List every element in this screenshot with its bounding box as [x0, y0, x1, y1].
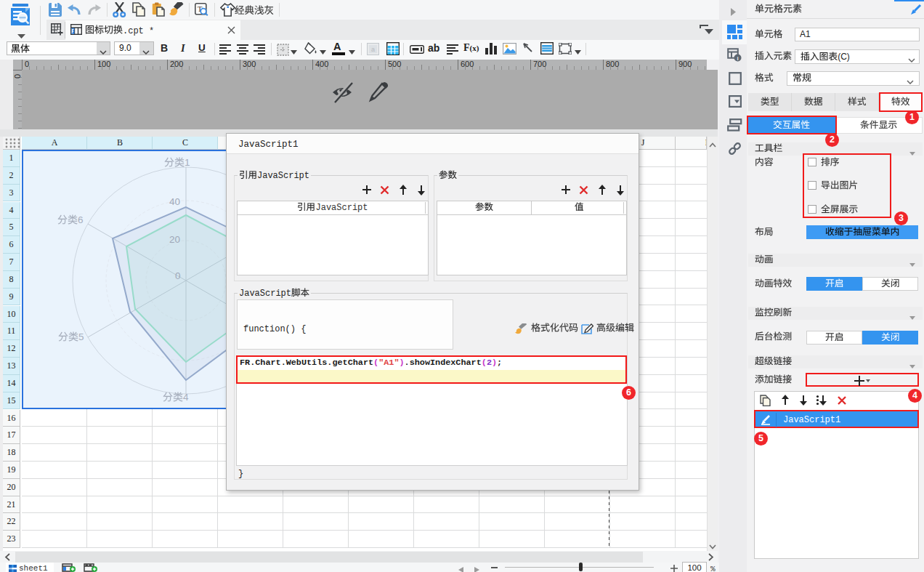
svg-text:i: i — [737, 55, 738, 62]
svg-text:a: a — [371, 46, 375, 53]
